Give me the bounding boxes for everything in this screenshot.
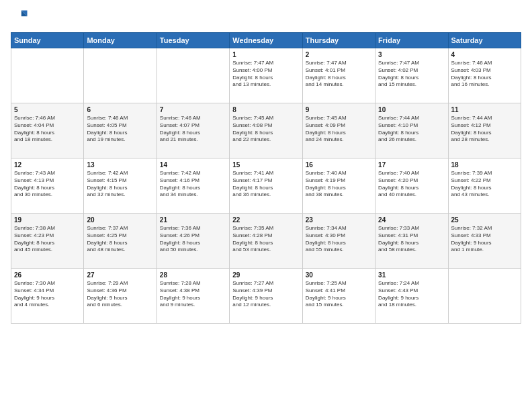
calendar-cell: 25Sunrise: 7:32 AM Sunset: 4:33 PM Dayli…: [448, 214, 521, 269]
day-number: 13: [87, 161, 153, 169]
calendar-cell: 14Sunrise: 7:42 AM Sunset: 4:16 PM Dayli…: [157, 158, 229, 214]
cell-content: Sunrise: 7:27 AM Sunset: 4:39 PM Dayligh…: [232, 280, 299, 309]
calendar-cell: 6Sunrise: 7:46 AM Sunset: 4:05 PM Daylig…: [84, 103, 157, 158]
cell-content: Sunrise: 7:44 AM Sunset: 4:12 PM Dayligh…: [451, 115, 518, 144]
day-number: 26: [14, 271, 81, 279]
cell-content: Sunrise: 7:36 AM Sunset: 4:26 PM Dayligh…: [160, 225, 226, 254]
day-number: 14: [160, 161, 226, 169]
cell-content: Sunrise: 7:47 AM Sunset: 4:00 PM Dayligh…: [232, 60, 299, 89]
calendar-cell: 1Sunrise: 7:47 AM Sunset: 4:00 PM Daylig…: [230, 48, 302, 103]
cell-content: Sunrise: 7:32 AM Sunset: 4:33 PM Dayligh…: [451, 225, 518, 254]
calendar-cell: 9Sunrise: 7:45 AM Sunset: 4:09 PM Daylig…: [302, 103, 375, 158]
calendar-cell: 21Sunrise: 7:36 AM Sunset: 4:26 PM Dayli…: [157, 214, 229, 269]
day-number: 22: [232, 216, 299, 224]
day-number: 17: [378, 161, 445, 169]
cell-content: Sunrise: 7:37 AM Sunset: 4:25 PM Dayligh…: [87, 225, 153, 254]
logo-icon: [11, 8, 30, 27]
week-row-1: 1Sunrise: 7:47 AM Sunset: 4:00 PM Daylig…: [11, 48, 521, 103]
cell-content: Sunrise: 7:29 AM Sunset: 4:36 PM Dayligh…: [87, 280, 153, 309]
header-cell-saturday: Saturday: [448, 33, 521, 48]
header-cell-wednesday: Wednesday: [230, 33, 302, 48]
cell-content: Sunrise: 7:46 AM Sunset: 4:05 PM Dayligh…: [87, 115, 153, 144]
week-row-2: 5Sunrise: 7:46 AM Sunset: 4:04 PM Daylig…: [11, 103, 521, 158]
week-row-4: 19Sunrise: 7:38 AM Sunset: 4:23 PM Dayli…: [11, 214, 521, 269]
day-number: 28: [160, 271, 226, 279]
cell-content: Sunrise: 7:35 AM Sunset: 4:28 PM Dayligh…: [232, 225, 299, 254]
day-number: 18: [451, 161, 518, 169]
calendar-cell: 3Sunrise: 7:47 AM Sunset: 4:02 PM Daylig…: [375, 48, 448, 103]
header-cell-friday: Friday: [375, 33, 448, 48]
cell-content: Sunrise: 7:39 AM Sunset: 4:22 PM Dayligh…: [451, 170, 518, 199]
calendar-cell: 24Sunrise: 7:33 AM Sunset: 4:31 PM Dayli…: [375, 214, 448, 269]
cell-content: Sunrise: 7:43 AM Sunset: 4:13 PM Dayligh…: [14, 170, 81, 199]
calendar-cell: 13Sunrise: 7:42 AM Sunset: 4:15 PM Dayli…: [84, 158, 157, 214]
calendar-cell: 23Sunrise: 7:34 AM Sunset: 4:30 PM Dayli…: [302, 214, 375, 269]
cell-content: Sunrise: 7:24 AM Sunset: 4:43 PM Dayligh…: [378, 280, 445, 309]
day-number: 1: [232, 51, 299, 58]
day-number: 9: [306, 106, 372, 113]
day-number: 27: [87, 271, 153, 279]
cell-content: Sunrise: 7:44 AM Sunset: 4:10 PM Dayligh…: [378, 115, 445, 144]
calendar-cell: 22Sunrise: 7:35 AM Sunset: 4:28 PM Dayli…: [230, 214, 302, 269]
day-number: 4: [451, 51, 518, 58]
calendar-cell: 19Sunrise: 7:38 AM Sunset: 4:23 PM Dayli…: [11, 214, 84, 269]
page: SundayMondayTuesdayWednesdayThursdayFrid…: [0, 0, 532, 411]
header-cell-sunday: Sunday: [11, 33, 84, 48]
calendar-cell: 17Sunrise: 7:40 AM Sunset: 4:20 PM Dayli…: [375, 158, 448, 214]
day-number: 3: [378, 51, 445, 58]
cell-content: Sunrise: 7:33 AM Sunset: 4:31 PM Dayligh…: [378, 225, 445, 254]
day-number: 5: [14, 106, 81, 113]
cell-content: Sunrise: 7:41 AM Sunset: 4:17 PM Dayligh…: [232, 170, 299, 199]
calendar-cell: 30Sunrise: 7:25 AM Sunset: 4:41 PM Dayli…: [302, 269, 375, 324]
day-number: 24: [378, 216, 445, 224]
calendar-cell: [84, 48, 157, 103]
header: [11, 8, 521, 27]
calendar-cell: 2Sunrise: 7:47 AM Sunset: 4:01 PM Daylig…: [302, 48, 375, 103]
header-cell-thursday: Thursday: [302, 33, 375, 48]
day-number: 19: [14, 216, 81, 224]
calendar-cell: [448, 269, 521, 324]
logo: [11, 8, 32, 27]
calendar-cell: 5Sunrise: 7:46 AM Sunset: 4:04 PM Daylig…: [11, 103, 84, 158]
day-number: 30: [306, 271, 372, 279]
header-cell-monday: Monday: [84, 33, 157, 48]
cell-content: Sunrise: 7:47 AM Sunset: 4:01 PM Dayligh…: [306, 60, 372, 89]
day-number: 7: [160, 106, 226, 113]
calendar-cell: 10Sunrise: 7:44 AM Sunset: 4:10 PM Dayli…: [375, 103, 448, 158]
cell-content: Sunrise: 7:25 AM Sunset: 4:41 PM Dayligh…: [306, 280, 372, 309]
calendar-cell: 16Sunrise: 7:40 AM Sunset: 4:19 PM Dayli…: [302, 158, 375, 214]
cell-content: Sunrise: 7:46 AM Sunset: 4:04 PM Dayligh…: [14, 115, 81, 144]
calendar-cell: 7Sunrise: 7:46 AM Sunset: 4:07 PM Daylig…: [157, 103, 229, 158]
calendar-cell: 26Sunrise: 7:30 AM Sunset: 4:34 PM Dayli…: [11, 269, 84, 324]
day-number: 25: [451, 216, 518, 224]
cell-content: Sunrise: 7:40 AM Sunset: 4:20 PM Dayligh…: [378, 170, 445, 199]
calendar-cell: 28Sunrise: 7:28 AM Sunset: 4:38 PM Dayli…: [157, 269, 229, 324]
day-number: 29: [232, 271, 299, 279]
cell-content: Sunrise: 7:47 AM Sunset: 4:02 PM Dayligh…: [378, 60, 445, 89]
day-number: 23: [306, 216, 372, 224]
calendar-cell: 18Sunrise: 7:39 AM Sunset: 4:22 PM Dayli…: [448, 158, 521, 214]
cell-content: Sunrise: 7:42 AM Sunset: 4:16 PM Dayligh…: [160, 170, 226, 199]
cell-content: Sunrise: 7:30 AM Sunset: 4:34 PM Dayligh…: [14, 280, 81, 309]
calendar-cell: 4Sunrise: 7:46 AM Sunset: 4:03 PM Daylig…: [448, 48, 521, 103]
cell-content: Sunrise: 7:38 AM Sunset: 4:23 PM Dayligh…: [14, 225, 81, 254]
day-number: 15: [232, 161, 299, 169]
calendar-cell: [11, 48, 84, 103]
cell-content: Sunrise: 7:46 AM Sunset: 4:03 PM Dayligh…: [451, 60, 518, 89]
calendar-cell: 12Sunrise: 7:43 AM Sunset: 4:13 PM Dayli…: [11, 158, 84, 214]
calendar-cell: [157, 48, 229, 103]
calendar-cell: 8Sunrise: 7:45 AM Sunset: 4:08 PM Daylig…: [230, 103, 302, 158]
calendar-cell: 29Sunrise: 7:27 AM Sunset: 4:39 PM Dayli…: [230, 269, 302, 324]
week-row-3: 12Sunrise: 7:43 AM Sunset: 4:13 PM Dayli…: [11, 158, 521, 214]
header-cell-tuesday: Tuesday: [157, 33, 229, 48]
day-number: 31: [378, 271, 445, 279]
day-number: 12: [14, 161, 81, 169]
calendar-body: 1Sunrise: 7:47 AM Sunset: 4:00 PM Daylig…: [11, 48, 521, 324]
calendar-table: SundayMondayTuesdayWednesdayThursdayFrid…: [11, 32, 521, 324]
day-number: 11: [451, 106, 518, 113]
day-number: 10: [378, 106, 445, 113]
cell-content: Sunrise: 7:42 AM Sunset: 4:15 PM Dayligh…: [87, 170, 153, 199]
cell-content: Sunrise: 7:34 AM Sunset: 4:30 PM Dayligh…: [306, 225, 372, 254]
calendar-cell: 31Sunrise: 7:24 AM Sunset: 4:43 PM Dayli…: [375, 269, 448, 324]
cell-content: Sunrise: 7:45 AM Sunset: 4:08 PM Dayligh…: [232, 115, 299, 144]
